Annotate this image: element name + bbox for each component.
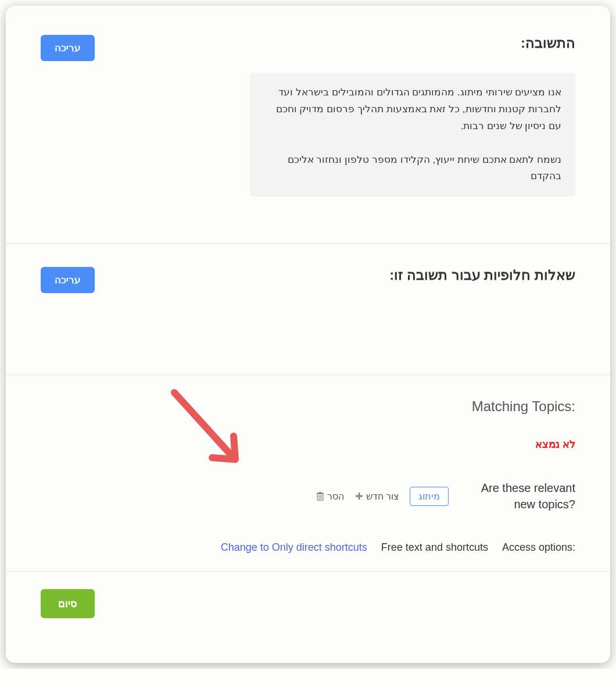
access-current-value: Free text and shortcuts [381, 541, 488, 554]
annotation-arrow-icon [163, 381, 256, 480]
access-change-link[interactable]: Change to Only direct shortcuts [221, 541, 367, 554]
answer-title: התשובה: [521, 35, 575, 51]
finish-button[interactable]: סיום [41, 589, 95, 618]
remove-label: הסר [327, 491, 344, 502]
new-topics-row: Are these relevant new topics? מיתוג צור… [41, 480, 575, 512]
answer-section: התשובה: עריכה אנו מציעים שירותי מיתוג. מ… [6, 6, 610, 244]
svg-rect-2 [356, 495, 363, 497]
remove-action[interactable]: הסר [316, 491, 344, 502]
topic-chip[interactable]: מיתוג [410, 487, 449, 506]
access-options-label: Access options: [502, 541, 575, 554]
matching-topics-title: Matching Topics: [41, 398, 575, 415]
new-topics-label: Are these relevant new topics? [459, 480, 575, 512]
create-new-action[interactable]: צור חדש [354, 491, 399, 502]
alt-questions-header: שאלות חלופיות עבור תשובה זו: עריכה [41, 267, 575, 293]
not-found-message: לא נמצא [41, 438, 575, 451]
edit-answer-button[interactable]: עריכה [41, 35, 95, 61]
edit-alt-questions-button[interactable]: עריכה [41, 267, 95, 293]
plus-icon [354, 491, 364, 501]
answer-header: התשובה: עריכה [41, 35, 575, 61]
answer-text-box: אנו מציעים שירותי מיתוג. מהמותגים הגדולי… [250, 73, 575, 197]
main-card: התשובה: עריכה אנו מציעים שירותי מיתוג. מ… [6, 6, 610, 663]
footer-section: סיום [6, 572, 610, 636]
create-new-label: צור חדש [366, 491, 399, 502]
svg-rect-5 [318, 492, 321, 493]
trash-icon [316, 491, 325, 501]
matching-topics-section: Matching Topics: לא נמצא Are these relev… [6, 375, 610, 572]
alt-questions-section: שאלות חלופיות עבור תשובה זו: עריכה [6, 244, 610, 375]
alt-questions-title: שאלות חלופיות עבור תשובה זו: [389, 267, 575, 283]
access-options-row: Access options: Free text and shortcuts … [41, 541, 575, 554]
